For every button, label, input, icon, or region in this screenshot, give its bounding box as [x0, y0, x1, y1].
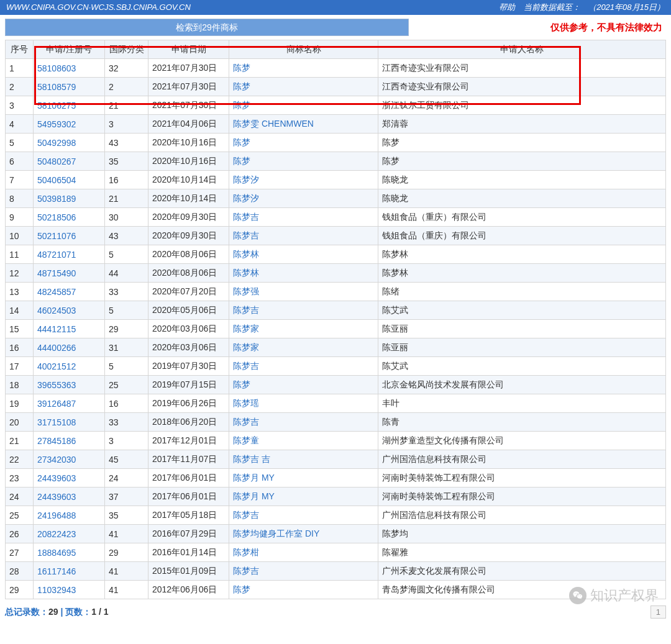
- cell-reg[interactable]: 24439603: [34, 488, 105, 506]
- cell-reg[interactable]: 58106275: [34, 96, 105, 115]
- cell-name[interactable]: 陈梦吉: [229, 208, 378, 227]
- cell-reg[interactable]: 48245857: [34, 283, 105, 301]
- cell-reg[interactable]: 44400266: [34, 338, 105, 357]
- cell-reg[interactable]: 27845186: [34, 432, 105, 450]
- cell-date: 2015年01月09日: [148, 562, 229, 581]
- table-row: 358106275212021年07月30日陈梦浙江钛尔工贸有限公司: [6, 96, 666, 115]
- col-date-header: 申请日期: [148, 40, 229, 59]
- cell-reg[interactable]: 40021512: [34, 357, 105, 376]
- cell-date: 2020年05月06日: [148, 301, 229, 320]
- cell-name[interactable]: 陈梦林: [229, 245, 378, 264]
- cell-seq: 13: [6, 283, 34, 301]
- cell-name[interactable]: 陈梦家: [229, 320, 378, 338]
- name-link: 陈梦林: [233, 249, 259, 259]
- cell-reg[interactable]: 16117146: [34, 562, 105, 581]
- cell-name[interactable]: 陈梦雯 CHENMWEN: [229, 115, 378, 134]
- cell-applicant: 陈艾武: [378, 357, 666, 376]
- table-row: 1050211076432020年09月30日陈梦吉钱姐食品（重庆）有限公司: [6, 227, 666, 245]
- reg-link: 20822423: [37, 529, 76, 539]
- cell-reg[interactable]: 50480267: [34, 152, 105, 171]
- cell-seq: 1: [6, 59, 34, 78]
- cell-applicant: 陈梦林: [378, 245, 666, 264]
- cell-reg[interactable]: 20822423: [34, 525, 105, 543]
- cell-class: 41: [105, 562, 148, 581]
- cell-name[interactable]: 陈梦月 MY: [229, 488, 378, 506]
- cell-reg[interactable]: 31715108: [34, 413, 105, 432]
- cell-reg[interactable]: 50406504: [34, 171, 105, 189]
- cell-applicant: 河南时美特装饰工程有限公司: [378, 469, 666, 488]
- data-date-label: 当前数据截至：: [524, 2, 580, 12]
- reg-link: 39126487: [37, 399, 76, 409]
- cell-name[interactable]: 陈梦吉: [229, 413, 378, 432]
- cell-reg[interactable]: 58108603: [34, 59, 105, 78]
- cell-reg[interactable]: 46024503: [34, 301, 105, 320]
- cell-applicant: 陈亚丽: [378, 338, 666, 357]
- cell-name[interactable]: 陈梦童: [229, 432, 378, 450]
- cell-reg[interactable]: 50218506: [34, 208, 105, 227]
- cell-name[interactable]: 陈梦吉: [229, 227, 378, 245]
- cell-date: 2020年10月14日: [148, 189, 229, 208]
- cell-class: 16: [105, 171, 148, 189]
- cell-name[interactable]: 陈梦吉: [229, 301, 378, 320]
- cell-reg[interactable]: 44412115: [34, 320, 105, 338]
- table-row: 45495930232021年04月06日陈梦雯 CHENMWEN郑清蓉: [6, 115, 666, 134]
- cell-reg[interactable]: 50492998: [34, 134, 105, 152]
- cell-name[interactable]: 陈梦吉: [229, 357, 378, 376]
- cell-name[interactable]: 陈梦: [229, 376, 378, 394]
- cell-date: 2021年07月30日: [148, 78, 229, 96]
- cell-name[interactable]: 陈梦月 MY: [229, 469, 378, 488]
- cell-name[interactable]: 陈梦吉: [229, 562, 378, 581]
- name-link: 陈梦瑶: [233, 398, 259, 408]
- reg-link: 44412115: [37, 324, 76, 334]
- cell-name[interactable]: 陈梦: [229, 78, 378, 96]
- help-link[interactable]: 帮助: [499, 2, 515, 12]
- cell-class: 16: [105, 394, 148, 413]
- cell-date: 2012年06月06日: [148, 581, 229, 599]
- cell-name[interactable]: 陈梦: [229, 152, 378, 171]
- cell-seq: 6: [6, 152, 34, 171]
- cell-reg[interactable]: 58108579: [34, 78, 105, 96]
- cell-seq: 10: [6, 227, 34, 245]
- cell-name[interactable]: 陈梦吉: [229, 506, 378, 525]
- cell-reg[interactable]: 39655363: [34, 376, 105, 394]
- cell-applicant: 陈晓龙: [378, 189, 666, 208]
- cell-name[interactable]: 陈梦汐: [229, 171, 378, 189]
- cell-class: 33: [105, 413, 148, 432]
- cell-seq: 3: [6, 96, 34, 115]
- cell-reg[interactable]: 50211076: [34, 227, 105, 245]
- cell-reg[interactable]: 39126487: [34, 394, 105, 413]
- cell-reg[interactable]: 11032943: [34, 581, 105, 599]
- cell-applicant: 江西奇迹实业有限公司: [378, 59, 666, 78]
- reg-link: 48715490: [37, 268, 76, 278]
- cell-name[interactable]: 陈梦家: [229, 338, 378, 357]
- cell-name[interactable]: 陈梦: [229, 581, 378, 599]
- cell-reg[interactable]: 48715490: [34, 264, 105, 283]
- table-row: 2911032943412012年06月06日陈梦青岛梦海圆文化传播有限公司: [6, 581, 666, 599]
- cell-reg[interactable]: 24196488: [34, 506, 105, 525]
- table-row: 158108603322021年07月30日陈梦江西奇迹实业有限公司: [6, 59, 666, 78]
- cell-name[interactable]: 陈梦林: [229, 264, 378, 283]
- cell-name[interactable]: 陈梦均健身工作室 DIY: [229, 525, 378, 543]
- cell-name[interactable]: 陈梦强: [229, 283, 378, 301]
- cell-name[interactable]: 陈梦汐: [229, 189, 378, 208]
- cell-date: 2021年07月30日: [148, 59, 229, 78]
- cell-reg[interactable]: 50398189: [34, 189, 105, 208]
- cell-reg[interactable]: 54959302: [34, 115, 105, 134]
- cell-name[interactable]: 陈梦: [229, 96, 378, 115]
- cell-reg[interactable]: 24439603: [34, 469, 105, 488]
- page-indicator[interactable]: 1: [650, 605, 666, 619]
- cell-name[interactable]: 陈梦瑶: [229, 394, 378, 413]
- cell-class: 41: [105, 581, 148, 599]
- cell-applicant: 北京金铭风尚技术发展有限公司: [378, 376, 666, 394]
- search-summary: 检索到29件商标: [5, 19, 409, 36]
- cell-reg[interactable]: 27342030: [34, 450, 105, 469]
- cell-name[interactable]: 陈梦吉 吉: [229, 450, 378, 469]
- cell-name[interactable]: 陈梦: [229, 59, 378, 78]
- table-row: 114872107152020年08月06日陈梦林陈梦林: [6, 245, 666, 264]
- cell-name[interactable]: 陈梦柑: [229, 543, 378, 562]
- cell-name[interactable]: 陈梦: [229, 134, 378, 152]
- cell-date: 2017年11月07日: [148, 450, 229, 469]
- cell-date: 2018年06月20日: [148, 413, 229, 432]
- cell-reg[interactable]: 18884695: [34, 543, 105, 562]
- cell-reg[interactable]: 48721071: [34, 245, 105, 264]
